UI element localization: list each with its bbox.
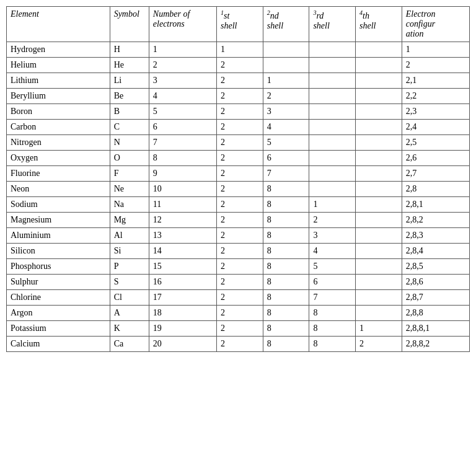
table-row: NeonNe10282,8 xyxy=(7,182,470,197)
cell-shell1: 2 xyxy=(217,228,263,244)
cell-shell3 xyxy=(309,135,356,151)
cell-shell1: 2 xyxy=(217,120,263,135)
cell-element: Nitrogen xyxy=(7,135,110,151)
cell-shell3 xyxy=(309,42,356,58)
cell-element: Lithium xyxy=(7,73,110,89)
table-row: FluorineF9272,7 xyxy=(7,166,470,182)
cell-electrons: 18 xyxy=(149,306,216,321)
cell-shell4 xyxy=(356,151,402,166)
electron-configuration-table: Element Symbol Number of electrons 1stsh… xyxy=(6,6,470,352)
cell-electrons: 9 xyxy=(149,166,216,182)
cell-symbol: Ne xyxy=(110,182,149,197)
cell-config: 2,4 xyxy=(402,120,469,135)
cell-shell2: 4 xyxy=(263,120,309,135)
cell-electrons: 13 xyxy=(149,228,216,244)
cell-electrons: 5 xyxy=(149,104,216,120)
cell-config: 2 xyxy=(402,58,469,73)
cell-shell3: 1 xyxy=(309,197,356,213)
cell-config: 2,8,3 xyxy=(402,228,469,244)
cell-symbol: Mg xyxy=(110,213,149,228)
table-row: MagnesiumMg122822,8,2 xyxy=(7,213,470,228)
cell-shell3: 3 xyxy=(309,228,356,244)
cell-symbol: He xyxy=(110,58,149,73)
cell-config: 2,7 xyxy=(402,166,469,182)
cell-electrons: 4 xyxy=(149,89,216,104)
cell-shell2: 8 xyxy=(263,306,309,321)
cell-config: 2,2 xyxy=(402,89,469,104)
cell-shell3 xyxy=(309,151,356,166)
header-electrons: Number of electrons xyxy=(149,7,216,42)
cell-electrons: 17 xyxy=(149,290,216,306)
cell-shell4 xyxy=(356,213,402,228)
cell-element: Argon xyxy=(7,306,110,321)
cell-config: 2,8,8,1 xyxy=(402,321,469,337)
cell-element: Carbon xyxy=(7,120,110,135)
cell-config: 2,8,7 xyxy=(402,290,469,306)
cell-shell4 xyxy=(356,306,402,321)
table-row: CalciumCa2028822,8,8,2 xyxy=(7,337,470,352)
table-row: HydrogenH111 xyxy=(7,42,470,58)
cell-shell3: 8 xyxy=(309,321,356,337)
cell-config: 2,5 xyxy=(402,135,469,151)
cell-symbol: Be xyxy=(110,89,149,104)
cell-shell4 xyxy=(356,182,402,197)
table-row: NitrogenN7252,5 xyxy=(7,135,470,151)
cell-shell1: 2 xyxy=(217,73,263,89)
cell-symbol: B xyxy=(110,104,149,120)
cell-shell1: 2 xyxy=(217,321,263,337)
cell-shell1: 2 xyxy=(217,337,263,352)
cell-shell4 xyxy=(356,104,402,120)
cell-symbol: Si xyxy=(110,244,149,259)
table-row: ArgonA182882,8,8 xyxy=(7,306,470,321)
cell-shell1: 2 xyxy=(217,166,263,182)
cell-symbol: Li xyxy=(110,73,149,89)
cell-electrons: 12 xyxy=(149,213,216,228)
cell-config: 2,8,4 xyxy=(402,244,469,259)
cell-symbol: Cl xyxy=(110,290,149,306)
cell-element: Magnesium xyxy=(7,213,110,228)
cell-shell1: 2 xyxy=(217,89,263,104)
cell-shell2: 8 xyxy=(263,290,309,306)
table-row: CarbonC6242,4 xyxy=(7,120,470,135)
cell-element: Potassium xyxy=(7,321,110,337)
table-row: SulphurS162862,8,6 xyxy=(7,275,470,290)
cell-shell1: 2 xyxy=(217,275,263,290)
cell-shell2 xyxy=(263,42,309,58)
cell-electrons: 16 xyxy=(149,275,216,290)
cell-shell4 xyxy=(356,228,402,244)
cell-shell3 xyxy=(309,182,356,197)
cell-shell3 xyxy=(309,89,356,104)
table-row: OxygenO8262,6 xyxy=(7,151,470,166)
cell-shell3 xyxy=(309,120,356,135)
table-row: LithiumLi3212,1 xyxy=(7,73,470,89)
cell-electrons: 6 xyxy=(149,120,216,135)
header-symbol: Symbol xyxy=(110,7,149,42)
cell-config: 2,8,5 xyxy=(402,259,469,275)
cell-shell1: 2 xyxy=(217,197,263,213)
cell-shell1: 2 xyxy=(217,306,263,321)
table-row: ChlorineCl172872,8,7 xyxy=(7,290,470,306)
cell-shell3: 5 xyxy=(309,259,356,275)
cell-shell3 xyxy=(309,58,356,73)
cell-shell2: 8 xyxy=(263,321,309,337)
cell-shell1: 1 xyxy=(217,42,263,58)
table-row: BoronB5232,3 xyxy=(7,104,470,120)
cell-config: 2,8 xyxy=(402,182,469,197)
cell-symbol: C xyxy=(110,120,149,135)
table-row: HeliumHe222 xyxy=(7,58,470,73)
cell-element: Calcium xyxy=(7,337,110,352)
header-config: Electronconfiguration xyxy=(402,7,469,42)
cell-shell1: 2 xyxy=(217,290,263,306)
cell-symbol: P xyxy=(110,259,149,275)
cell-symbol: F xyxy=(110,166,149,182)
cell-electrons: 14 xyxy=(149,244,216,259)
cell-config: 2,8,8,2 xyxy=(402,337,469,352)
cell-shell2: 8 xyxy=(263,259,309,275)
cell-element: Helium xyxy=(7,58,110,73)
cell-shell4 xyxy=(356,73,402,89)
cell-shell3 xyxy=(309,166,356,182)
cell-electrons: 15 xyxy=(149,259,216,275)
cell-symbol: N xyxy=(110,135,149,151)
cell-shell4: 2 xyxy=(356,337,402,352)
table-row: PhosphorusP152852,8,5 xyxy=(7,259,470,275)
